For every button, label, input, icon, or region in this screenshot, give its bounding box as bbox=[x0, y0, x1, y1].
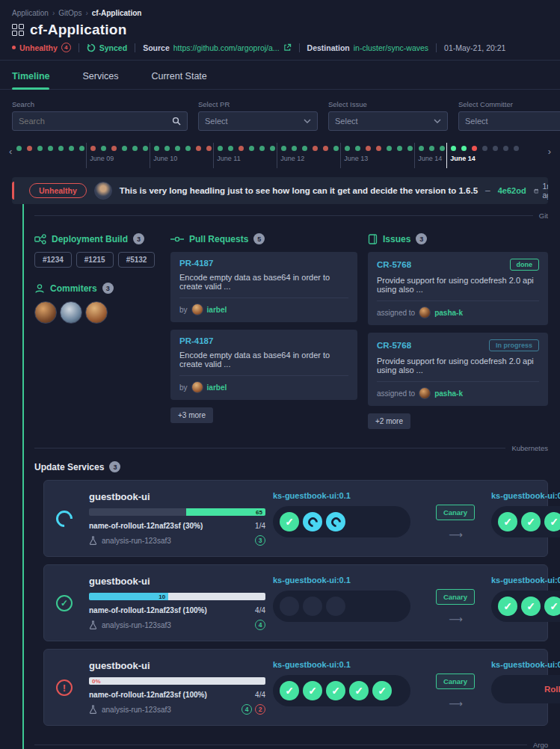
timeline-dot[interactable] bbox=[440, 146, 445, 151]
from-version-link[interactable]: ks-guestbook-ui:0.1 bbox=[273, 576, 419, 585]
timeline-dot[interactable] bbox=[376, 146, 381, 151]
pr-author[interactable]: iarbel bbox=[207, 383, 227, 392]
rollout-progress-bar: 0% bbox=[89, 677, 265, 685]
timeline-dot[interactable] bbox=[407, 146, 413, 151]
timeline-dot[interactable] bbox=[419, 146, 424, 151]
search-icon[interactable] bbox=[172, 117, 181, 126]
timeline-dot[interactable] bbox=[175, 146, 180, 151]
tab-services[interactable]: Services bbox=[82, 71, 118, 89]
issues-more-button[interactable]: +2 more bbox=[368, 413, 410, 429]
issues-book-icon bbox=[368, 234, 378, 244]
issues-count: 3 bbox=[416, 233, 427, 244]
timeline-dot[interactable] bbox=[239, 146, 244, 151]
timeline-dot[interactable] bbox=[48, 146, 53, 151]
timeline-next-icon[interactable]: › bbox=[544, 143, 556, 160]
tab-current-state[interactable]: Current State bbox=[151, 71, 206, 89]
timeline-dot[interactable] bbox=[132, 146, 138, 151]
canary-badge: Canary bbox=[436, 674, 475, 689]
select-issue-dropdown[interactable]: Select bbox=[328, 111, 448, 131]
status-badge: Unhealthy bbox=[29, 183, 87, 198]
service-name: guestbook-ui bbox=[89, 576, 265, 587]
timeline-dot[interactable] bbox=[154, 146, 159, 151]
pr-author[interactable]: iarbel bbox=[207, 306, 227, 314]
timeline-group bbox=[16, 143, 84, 151]
timeline-dot[interactable] bbox=[461, 146, 467, 151]
timeline-dot[interactable] bbox=[164, 146, 170, 151]
timeline-dot[interactable] bbox=[345, 146, 350, 151]
timeline-dot[interactable] bbox=[69, 146, 74, 151]
external-link-icon[interactable] bbox=[283, 43, 292, 52]
issue-id-link[interactable]: CR-5768 bbox=[377, 341, 411, 350]
breadcrumb-application[interactable]: Application bbox=[12, 9, 49, 17]
to-version-link[interactable]: ks-guestbook-ui:0.2 bbox=[491, 491, 560, 500]
timeline-dot[interactable] bbox=[514, 146, 519, 151]
timeline-dot[interactable] bbox=[143, 146, 148, 151]
select-committer-dropdown[interactable]: Select bbox=[458, 111, 560, 131]
issue-id-link[interactable]: CR-5768 bbox=[377, 260, 411, 269]
timeline-dot[interactable] bbox=[259, 146, 265, 151]
pr-id-link[interactable]: PR-4187 bbox=[179, 336, 348, 345]
timeline-dot[interactable] bbox=[397, 146, 402, 151]
timeline-dot[interactable] bbox=[90, 146, 96, 151]
pr-more-button[interactable]: +3 more bbox=[170, 407, 213, 423]
timeline-dot[interactable] bbox=[451, 146, 456, 151]
source-url-link[interactable]: https://github.com/argoproj/a... bbox=[173, 43, 280, 52]
from-version-link[interactable]: ks-guestbook-ui:0.1 bbox=[273, 660, 419, 669]
timeline-dot[interactable] bbox=[366, 146, 371, 151]
timeline-dot[interactable] bbox=[111, 146, 117, 151]
timeline-dot[interactable] bbox=[281, 146, 286, 151]
progress-zero-label: 0% bbox=[92, 677, 101, 685]
timeline-dot[interactable] bbox=[249, 146, 254, 151]
timeline-dot[interactable] bbox=[270, 146, 275, 151]
analysis-run-name: analysis-run-123saf3 bbox=[102, 706, 171, 714]
search-input[interactable] bbox=[19, 117, 172, 126]
issue-card[interactable]: CR-5768 In progress Provide support for … bbox=[368, 333, 548, 406]
timeline-dot[interactable] bbox=[387, 146, 392, 151]
issue-assignee[interactable]: pasha-k bbox=[434, 389, 463, 398]
timeline-dot[interactable] bbox=[185, 146, 191, 151]
issue-card[interactable]: CR-5768 done Provide support for using c… bbox=[368, 252, 548, 325]
rollback-button[interactable]: Rollback bbox=[491, 675, 560, 703]
pr-card[interactable]: PR-4187 Encode empty data as base64 in o… bbox=[170, 252, 357, 322]
to-version-link[interactable]: ks-guestbook-ui:0.2 bbox=[491, 576, 560, 585]
pr-card[interactable]: PR-4187 Encode empty data as base64 in o… bbox=[170, 330, 357, 400]
timeline-dot[interactable] bbox=[333, 146, 339, 151]
timeline-dot[interactable] bbox=[58, 146, 64, 151]
timeline-dot[interactable] bbox=[206, 146, 212, 151]
timeline-dot[interactable] bbox=[503, 146, 508, 151]
timeline-dot[interactable] bbox=[218, 146, 223, 151]
timeline-dot[interactable] bbox=[37, 146, 43, 151]
timeline-dot[interactable] bbox=[228, 146, 233, 151]
tab-timeline[interactable]: Timeline bbox=[12, 71, 49, 89]
timeline-dot[interactable] bbox=[355, 146, 360, 151]
timeline-dot[interactable] bbox=[292, 146, 297, 151]
issue-assignee[interactable]: pasha-k bbox=[434, 309, 463, 317]
timeline-dot[interactable] bbox=[302, 146, 307, 151]
select-pr-label: Select PR bbox=[198, 100, 318, 108]
timeline-dot[interactable] bbox=[79, 146, 84, 151]
timeline-dot[interactable] bbox=[101, 146, 106, 151]
timeline-dot[interactable] bbox=[493, 146, 498, 151]
timeline-dot[interactable] bbox=[122, 146, 127, 151]
to-version-link[interactable]: ks-guestbook-ui:0.2 bbox=[491, 660, 560, 669]
breadcrumb-gitops[interactable]: GitOps bbox=[58, 9, 81, 17]
analysis-badges: 3 bbox=[255, 535, 265, 546]
service-row: ! guestbook-ui 0% name-of-rollout-12naf2… bbox=[43, 649, 548, 726]
timeline-dot[interactable] bbox=[482, 146, 487, 151]
pr-id-link[interactable]: PR-4187 bbox=[179, 259, 348, 268]
timeline-dot[interactable] bbox=[196, 146, 201, 151]
timeline-prev-icon[interactable]: ‹ bbox=[4, 143, 16, 160]
timeline-dot[interactable] bbox=[16, 146, 22, 151]
flask-icon bbox=[89, 536, 97, 545]
from-version-link[interactable]: ks-guestbook-ui:0.1 bbox=[273, 491, 419, 500]
timeline-dot[interactable] bbox=[313, 146, 318, 151]
timeline-dot[interactable] bbox=[429, 146, 434, 151]
rollout-ratio: 4/4 bbox=[255, 606, 265, 614]
timeline-dot[interactable] bbox=[472, 146, 477, 151]
flow-arrow-icon: ⟶ bbox=[449, 698, 462, 709]
select-pr-dropdown[interactable]: Select bbox=[198, 111, 318, 131]
timeline-dot[interactable] bbox=[323, 146, 328, 151]
timeline-dot[interactable] bbox=[27, 146, 32, 151]
commit-hash-link[interactable]: 4e62od bbox=[498, 186, 526, 195]
select-committer-label: Select Committer bbox=[458, 100, 560, 108]
